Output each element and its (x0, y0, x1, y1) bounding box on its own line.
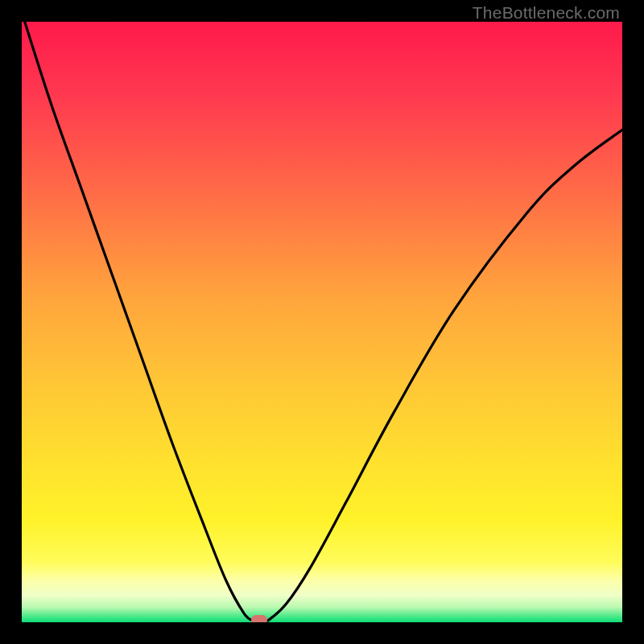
watermark-text: TheBottleneck.com (473, 3, 620, 23)
optimum-marker (251, 615, 267, 622)
heat-gradient-background (22, 22, 622, 622)
chart-frame: TheBottleneck.com (0, 0, 644, 644)
plot-area (22, 22, 622, 622)
svg-rect-0 (22, 22, 622, 622)
